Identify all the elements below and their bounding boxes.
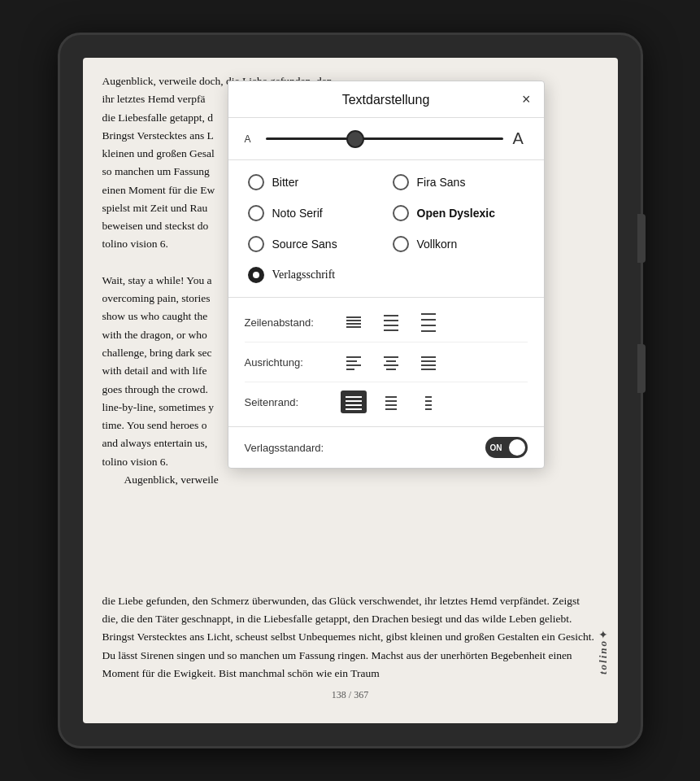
- toggle-state-text: ON: [490, 443, 502, 452]
- zeilenabstand-label: Zeilenabstand:: [245, 316, 334, 329]
- verlagsstandard-label: Verlagsstandard:: [245, 442, 485, 454]
- font-label-noto-serif: Noto Serif: [272, 207, 323, 220]
- device-screen: Augenblick, verweile doch, die Liebe gef…: [83, 58, 618, 723]
- font-option-source-sans[interactable]: Source Sans: [245, 230, 383, 258]
- margin-wide-button[interactable]: [415, 390, 441, 413]
- toggle-thumb: [509, 439, 525, 456]
- radio-fira-sans[interactable]: [393, 174, 409, 190]
- ereader-device: Augenblick, verweile doch, die Liebe gef…: [58, 33, 643, 748]
- font-option-bitter[interactable]: Bitter: [245, 168, 383, 196]
- seitenrand-label: Seitenrand:: [245, 396, 334, 408]
- page-number: 138 / 367: [102, 687, 598, 704]
- font-size-slider[interactable]: [266, 137, 503, 140]
- verlagsstandard-row: Verlagsstandard: ON: [228, 427, 544, 468]
- slider-large-a: A: [513, 129, 528, 148]
- textdarstellung-dialog: Textdarstellung × A A Bitter: [228, 81, 545, 469]
- radio-source-sans[interactable]: [248, 236, 264, 252]
- zeilenabstand-row: Zeilenabstand:: [245, 303, 528, 343]
- font-option-noto-serif[interactable]: Noto Serif: [245, 199, 383, 227]
- line-spacing-narrow-button[interactable]: [341, 311, 367, 334]
- slider-thumb[interactable]: [346, 130, 364, 148]
- settings-section: Zeilenabstand:: [228, 298, 544, 427]
- align-left-button[interactable]: [341, 351, 367, 373]
- ausrichtung-row: Ausrichtung:: [245, 343, 528, 382]
- close-button[interactable]: ×: [522, 92, 531, 107]
- dialog-header: Textdarstellung ×: [228, 81, 544, 118]
- tolino-logo: tolino: [597, 639, 610, 674]
- zeilenabstand-options: [341, 311, 441, 334]
- physical-button-bottom[interactable]: [637, 344, 646, 393]
- font-label-open-dyslexic: Open Dyslexic: [417, 207, 496, 220]
- font-options-section: Bitter Fira Sans Noto Serif: [228, 160, 544, 298]
- ausrichtung-options: [341, 351, 441, 373]
- slider-small-a: A: [245, 133, 256, 145]
- radio-noto-serif[interactable]: [248, 205, 264, 221]
- font-label-vollkorn: Vollkorn: [417, 238, 458, 251]
- font-label-source-sans: Source Sans: [272, 238, 337, 251]
- radio-vollkorn[interactable]: [393, 236, 409, 252]
- font-option-vollkorn[interactable]: Vollkorn: [389, 230, 528, 258]
- book-text-bottom: die Liebe gefunden, den Schmerz überwund…: [83, 592, 618, 704]
- font-grid: Bitter Fira Sans Noto Serif: [245, 168, 528, 289]
- margin-narrow-button[interactable]: [341, 390, 367, 413]
- font-label-fira-sans: Fira Sans: [417, 176, 466, 189]
- font-label-bitter: Bitter: [272, 176, 299, 189]
- font-option-open-dyslexic[interactable]: Open Dyslexic: [389, 199, 528, 227]
- physical-button-top[interactable]: [637, 214, 646, 263]
- verlagsstandard-toggle[interactable]: ON: [485, 437, 528, 458]
- line-spacing-medium-button[interactable]: [378, 311, 404, 334]
- radio-bitter[interactable]: [248, 174, 264, 190]
- radio-verlagsschrift[interactable]: [248, 267, 264, 283]
- font-label-verlagsschrift: Verlagsschrift: [272, 268, 336, 281]
- align-center-button[interactable]: [378, 351, 404, 373]
- margin-medium-button[interactable]: [378, 390, 404, 413]
- font-option-verlagsschrift[interactable]: Verlagsschrift: [245, 261, 528, 289]
- seitenrand-options: [341, 390, 441, 413]
- book-paragraph: die Liebe gefunden, den Schmerz überwund…: [102, 592, 598, 683]
- seitenrand-row: Seitenrand:: [245, 382, 528, 421]
- line-spacing-wide-button[interactable]: [415, 311, 441, 334]
- align-justify-button[interactable]: [415, 351, 441, 373]
- dialog-title: Textdarstellung: [342, 93, 430, 107]
- font-option-fira-sans[interactable]: Fira Sans: [389, 168, 528, 196]
- ausrichtung-label: Ausrichtung:: [245, 356, 334, 369]
- radio-open-dyslexic[interactable]: [393, 205, 409, 221]
- font-size-slider-section: A A: [228, 118, 544, 160]
